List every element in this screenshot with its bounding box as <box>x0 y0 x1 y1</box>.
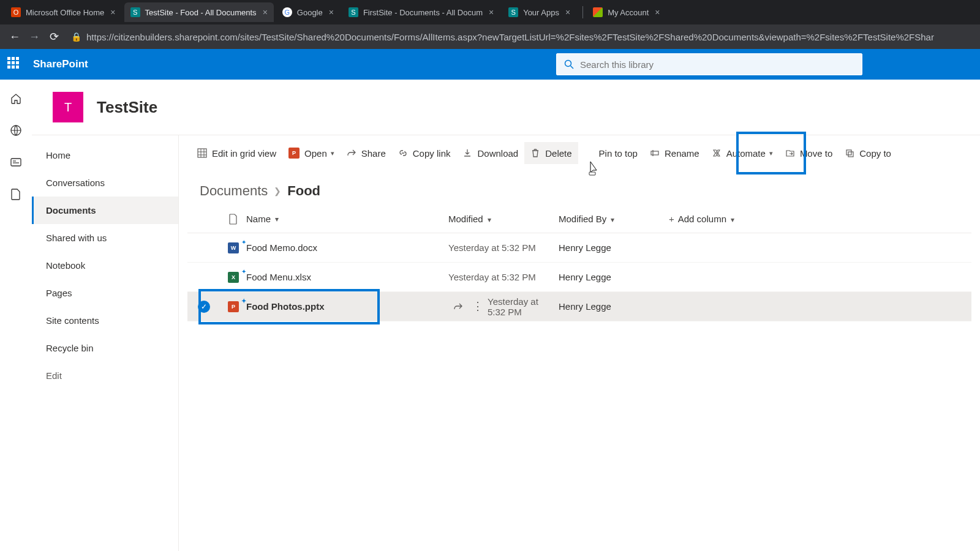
copy-link-button[interactable]: Copy link <box>392 142 457 164</box>
flow-icon <box>712 148 722 158</box>
download-icon <box>462 148 472 158</box>
cmd-label: Download <box>477 148 518 159</box>
table-row[interactable]: ✓ P ✦Food Photos.pptx ⋮ Yesterday at 5:3… <box>187 292 971 321</box>
reload-button[interactable]: ⟳ <box>45 28 62 45</box>
close-icon[interactable]: × <box>329 7 334 17</box>
share-button[interactable]: Share <box>341 142 392 164</box>
tab-divider <box>582 6 583 18</box>
globe-icon[interactable] <box>8 122 24 138</box>
open-button[interactable]: P Open ▾ <box>282 142 341 164</box>
automate-button[interactable]: Automate ▾ <box>706 142 779 164</box>
close-icon[interactable]: × <box>110 7 115 17</box>
file-modified: Yesterday at 5:32 PM <box>448 272 559 282</box>
sharepoint-icon: S <box>349 7 358 17</box>
office-icon: O <box>11 7 21 17</box>
svg-line-1 <box>571 66 574 69</box>
browser-tab[interactable]: S TestSite - Food - All Documents × <box>124 2 274 22</box>
tab-label: Your Apps <box>523 8 559 17</box>
file-modified-by[interactable]: Henry Legge <box>559 272 669 282</box>
lock-icon: 🔒 <box>71 32 81 42</box>
cmd-label: Open <box>304 148 327 159</box>
file-name[interactable]: Food Photos.pptx <box>246 301 324 312</box>
cmd-label: Edit in grid view <box>212 148 276 159</box>
add-column-button[interactable]: +Add column▾ <box>669 214 779 224</box>
search-input[interactable] <box>580 59 854 70</box>
browser-tab-strip: O Microsoft Office Home × S TestSite - F… <box>0 0 980 24</box>
browser-tab[interactable]: G Google × <box>276 2 340 22</box>
suite-name[interactable]: SharePoint <box>33 58 88 70</box>
column-modified[interactable]: Modified▾ <box>448 214 559 224</box>
close-icon[interactable]: × <box>565 7 570 17</box>
column-name[interactable]: Name▾ <box>246 214 448 224</box>
selected-check-icon[interactable]: ✓ <box>198 301 210 313</box>
pin-to-top-button[interactable]: Pin to top <box>578 142 644 164</box>
chevron-down-icon: ▾ <box>331 149 334 157</box>
file-name[interactable]: Food Menu.xlsx <box>246 272 311 282</box>
nav-notebook[interactable]: Notebook <box>32 252 178 279</box>
site-title[interactable]: TestSite <box>97 98 157 117</box>
browser-tab[interactable]: S FirstSite - Documents - All Docum × <box>342 2 500 22</box>
close-icon[interactable]: × <box>263 7 268 17</box>
forward-button[interactable]: → <box>26 28 43 45</box>
nav-conversations[interactable]: Conversations <box>32 169 178 197</box>
sharepoint-icon: S <box>130 7 140 17</box>
google-icon: G <box>282 7 292 17</box>
rename-button[interactable]: Rename <box>644 142 706 164</box>
files-icon[interactable] <box>8 186 24 202</box>
browser-tab[interactable]: My Account × <box>587 2 666 22</box>
search-box[interactable] <box>556 53 862 75</box>
tab-label: Microsoft Office Home <box>26 8 104 17</box>
chevron-down-icon: ▾ <box>611 216 614 224</box>
copy-to-button[interactable]: Copy to <box>839 142 897 164</box>
site-logo[interactable]: T <box>53 92 83 122</box>
rename-icon <box>650 148 660 158</box>
browser-tab[interactable]: S Your Apps × <box>502 2 576 22</box>
chevron-right-icon: ❯ <box>274 186 281 196</box>
download-button[interactable]: Download <box>456 142 524 164</box>
column-modified-by[interactable]: Modified By▾ <box>559 214 669 224</box>
tab-label: My Account <box>608 8 649 17</box>
move-to-button[interactable]: Move to <box>779 142 839 164</box>
delete-button[interactable]: Delete <box>524 142 578 164</box>
app-launcher-icon[interactable] <box>7 57 22 72</box>
svg-point-0 <box>565 61 571 67</box>
excel-icon: X <box>228 272 239 283</box>
breadcrumb-current: Food <box>287 183 320 199</box>
file-name[interactable]: Food Memo.docx <box>246 242 317 253</box>
search-icon <box>564 59 574 69</box>
file-modified-by[interactable]: Henry Legge <box>559 242 669 253</box>
more-icon[interactable]: ⋮ <box>472 302 483 312</box>
share-icon[interactable] <box>453 302 463 312</box>
nav-pages[interactable]: Pages <box>32 279 178 307</box>
chevron-down-icon: ▾ <box>769 149 773 157</box>
nav-edit[interactable]: Edit <box>32 362 178 389</box>
left-nav: Home Conversations Documents Shared with… <box>32 135 179 551</box>
filetype-header-icon[interactable] <box>221 214 246 225</box>
cmd-label: Pin to top <box>599 148 638 159</box>
nav-site-contents[interactable]: Site contents <box>32 307 178 334</box>
app-rail <box>0 80 32 551</box>
pin-icon <box>584 148 594 158</box>
table-row[interactable]: X ✦Food Menu.xlsx Yesterday at 5:32 PM H… <box>187 263 971 292</box>
word-icon: W <box>228 242 239 253</box>
command-bar: Edit in grid view P Open ▾ Share Copy li… <box>179 135 980 171</box>
copy-icon <box>845 148 854 158</box>
home-icon[interactable] <box>8 91 24 107</box>
cmd-label: Share <box>361 148 386 159</box>
nav-recycle-bin[interactable]: Recycle bin <box>32 334 178 362</box>
tab-label: Google <box>297 8 323 17</box>
nav-shared-with-us[interactable]: Shared with us <box>32 224 178 252</box>
breadcrumb-root[interactable]: Documents <box>200 183 268 199</box>
back-button[interactable]: ← <box>6 28 23 45</box>
file-modified-by[interactable]: Henry Legge <box>559 301 669 312</box>
svg-rect-11 <box>651 151 658 155</box>
close-icon[interactable]: × <box>489 7 494 17</box>
nav-documents[interactable]: Documents <box>32 197 178 224</box>
url-text[interactable]: https://citizenbuilders.sharepoint.com/s… <box>86 32 934 42</box>
browser-tab[interactable]: O Microsoft Office Home × <box>5 2 122 22</box>
table-row[interactable]: W ✦Food Memo.docx Yesterday at 5:32 PM H… <box>187 233 971 263</box>
close-icon[interactable]: × <box>655 7 660 17</box>
edit-in-grid-button[interactable]: Edit in grid view <box>191 142 282 164</box>
news-icon[interactable] <box>8 154 24 170</box>
nav-home[interactable]: Home <box>32 141 178 169</box>
